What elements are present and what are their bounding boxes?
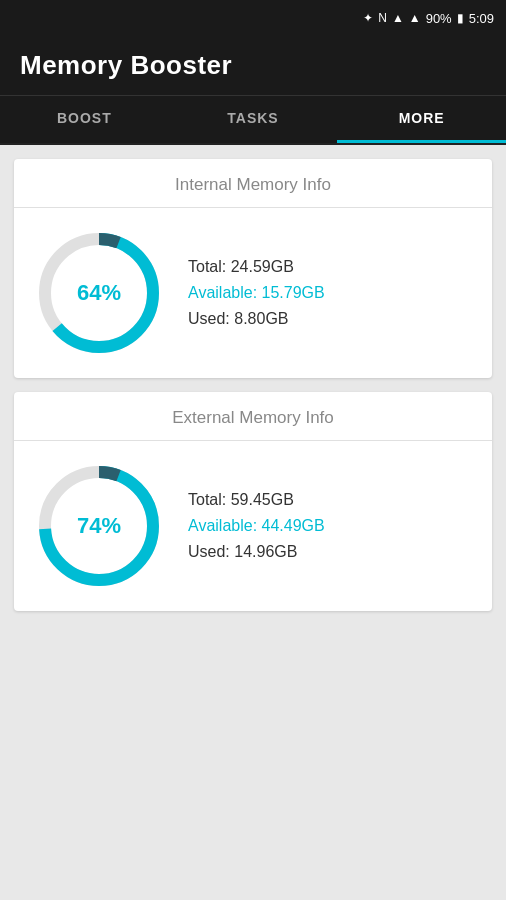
external-card-title: External Memory Info: [14, 392, 492, 440]
internal-available: Available: 15.79GB: [188, 284, 325, 302]
app-title: Memory Booster: [20, 50, 232, 80]
main-content: Internal Memory Info 64% Total: 24.59GB …: [0, 145, 506, 625]
internal-total: Total: 24.59GB: [188, 258, 325, 276]
time-text: 5:09: [469, 11, 494, 26]
tab-more[interactable]: MORE: [337, 96, 506, 143]
internal-card-body: 64% Total: 24.59GB Available: 15.79GB Us…: [14, 228, 492, 358]
external-donut-container: 74%: [34, 461, 164, 591]
internal-card-title: Internal Memory Info: [14, 159, 492, 207]
external-used: Used: 14.96GB: [188, 543, 325, 561]
tab-bar: BOOST TASKS MORE: [0, 96, 506, 145]
internal-memory-card: Internal Memory Info 64% Total: 24.59GB …: [14, 159, 492, 378]
battery-text: 90%: [426, 11, 452, 26]
external-available: Available: 44.49GB: [188, 517, 325, 535]
status-bar: ✦ N ▲ ▲ 90% ▮ 5:09: [0, 0, 506, 36]
external-divider: [14, 440, 492, 441]
internal-used: Used: 8.80GB: [188, 310, 325, 328]
status-icons: ✦ N ▲ ▲ 90% ▮ 5:09: [363, 11, 494, 26]
external-total: Total: 59.45GB: [188, 491, 325, 509]
external-memory-info: Total: 59.45GB Available: 44.49GB Used: …: [188, 491, 325, 561]
external-memory-card: External Memory Info 74% Total: 59.45GB …: [14, 392, 492, 611]
external-card-body: 74% Total: 59.45GB Available: 44.49GB Us…: [14, 461, 492, 591]
tab-tasks[interactable]: TASKS: [169, 96, 338, 143]
internal-percent-label: 64%: [77, 280, 121, 306]
bluetooth-icon: ✦: [363, 11, 373, 25]
tab-boost[interactable]: BOOST: [0, 96, 169, 143]
external-percent-label: 74%: [77, 513, 121, 539]
internal-donut-container: 64%: [34, 228, 164, 358]
battery-icon: ▮: [457, 11, 464, 25]
app-header: Memory Booster: [0, 36, 506, 96]
internal-memory-info: Total: 24.59GB Available: 15.79GB Used: …: [188, 258, 325, 328]
signal-icon: ▲: [409, 11, 421, 25]
network-icon: N: [378, 11, 387, 25]
internal-divider: [14, 207, 492, 208]
wifi-icon: ▲: [392, 11, 404, 25]
